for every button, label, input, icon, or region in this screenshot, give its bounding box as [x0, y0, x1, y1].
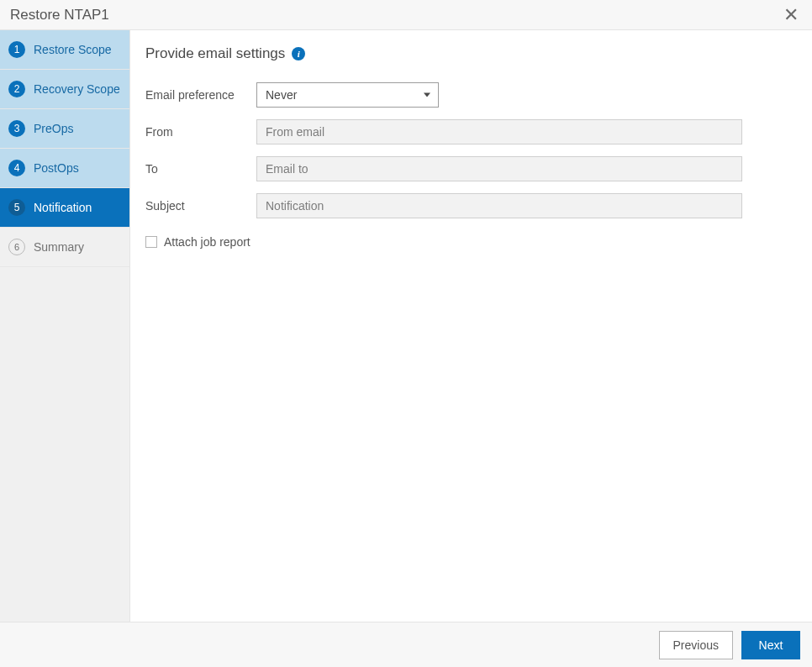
label-attach-report: Attach job report — [164, 235, 250, 249]
wizard-main-panel: Provide email settings i Email preferenc… — [130, 30, 812, 622]
label-to: To — [145, 162, 256, 176]
select-email-preference-wrap: Never — [256, 82, 439, 108]
step-label: Summary — [34, 240, 84, 254]
step-label: PostOps — [34, 161, 79, 175]
page-heading: Provide email settings — [145, 45, 285, 62]
next-button[interactable]: Next — [741, 631, 800, 659]
step-number: 4 — [8, 160, 25, 176]
row-subject: Subject — [145, 193, 792, 218]
wizard-footer: Previous Next — [0, 622, 812, 667]
step-label: PreOps — [34, 122, 73, 135]
step-number: 6 — [8, 239, 25, 255]
input-from[interactable] — [256, 119, 742, 144]
previous-button[interactable]: Previous — [659, 631, 733, 659]
step-recovery-scope[interactable]: 2 Recovery Scope — [0, 70, 129, 109]
step-number: 5 — [8, 199, 25, 216]
checkbox-attach-report[interactable] — [145, 236, 157, 248]
window-title: Restore NTAP1 — [10, 7, 780, 24]
step-number: 1 — [8, 41, 25, 58]
info-icon[interactable]: i — [292, 47, 305, 60]
step-postops[interactable]: 4 PostOps — [0, 149, 129, 188]
step-preops[interactable]: 3 PreOps — [0, 109, 129, 149]
label-email-preference: Email preference — [145, 88, 256, 102]
step-label: Recovery Scope — [34, 82, 120, 96]
step-summary[interactable]: 6 Summary — [0, 228, 129, 267]
select-email-preference[interactable]: Never — [256, 82, 439, 108]
restore-wizard-window: Restore NTAP1 ✕ 1 Restore Scope 2 Recove… — [0, 0, 812, 667]
heading-row: Provide email settings i — [145, 45, 792, 62]
close-icon[interactable]: ✕ — [780, 6, 802, 24]
titlebar: Restore NTAP1 ✕ — [0, 0, 812, 30]
label-from: From — [145, 125, 256, 139]
input-to[interactable] — [256, 156, 742, 181]
row-from: From — [145, 119, 792, 144]
wizard-body: 1 Restore Scope 2 Recovery Scope 3 PreOp… — [0, 30, 812, 622]
row-to: To — [145, 156, 792, 181]
label-subject: Subject — [145, 199, 256, 213]
wizard-steps-sidebar: 1 Restore Scope 2 Recovery Scope 3 PreOp… — [0, 30, 130, 622]
step-number: 3 — [8, 120, 25, 137]
step-notification[interactable]: 5 Notification — [0, 188, 129, 228]
step-label: Notification — [34, 201, 92, 214]
step-label: Restore Scope — [34, 43, 112, 56]
row-email-preference: Email preference Never — [145, 82, 792, 108]
input-subject[interactable] — [256, 193, 742, 218]
row-attach-report: Attach job report — [145, 235, 792, 249]
step-restore-scope[interactable]: 1 Restore Scope — [0, 30, 129, 70]
step-number: 2 — [8, 81, 25, 97]
